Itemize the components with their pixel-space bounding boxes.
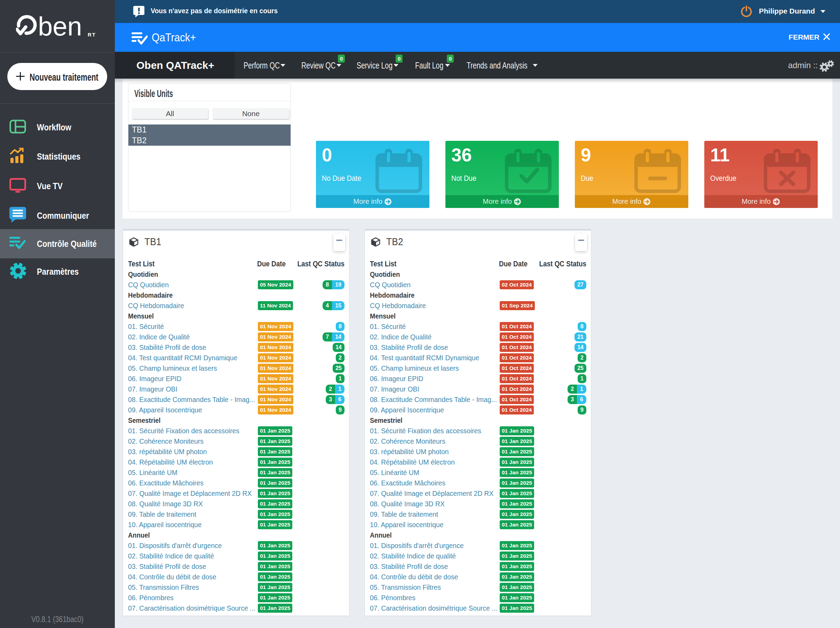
svg-text:RT: RT	[88, 31, 96, 38]
svg-text:ben: ben	[38, 13, 82, 40]
